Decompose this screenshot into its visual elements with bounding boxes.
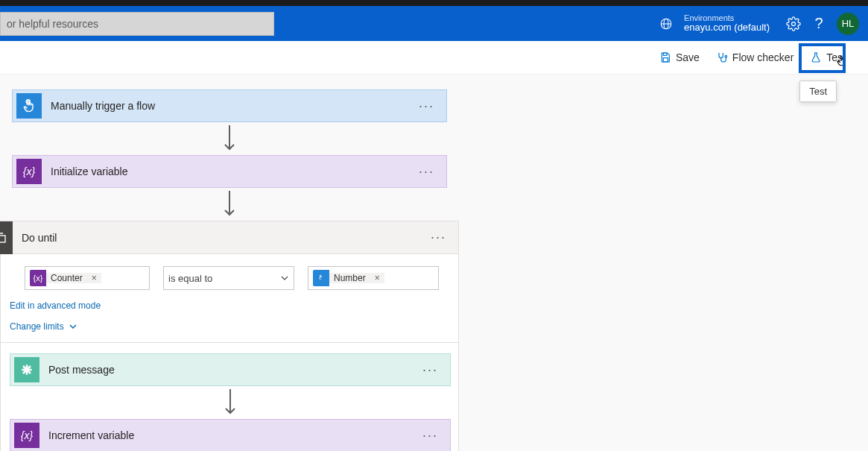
browser-tab-strip [0,0,868,6]
edit-advanced-label: Edit in advanced mode [10,300,101,311]
svg-rect-10 [0,236,5,242]
condition-left-input[interactable]: {x} Counter × [25,266,150,290]
stethoscope-icon [716,51,728,63]
flow-arrow [12,122,447,155]
chevron-down-icon [280,274,289,283]
condition-operator-select[interactable]: is equal to [163,266,294,290]
svg-point-3 [792,22,796,25]
globe-icon[interactable] [659,16,674,31]
operator-label: is equal to [168,273,212,284]
trigger-chip-icon [313,270,329,286]
slack-icon [14,357,39,382]
increment-variable-card[interactable]: {x} Increment variable [10,419,451,451]
trigger-card[interactable]: Manually trigger a flow [12,89,447,122]
remove-token-icon[interactable]: × [370,273,384,283]
do-until-title: Do until [22,232,57,244]
number-token-label: Number [329,273,370,283]
card-menu-icon[interactable] [422,362,438,378]
loop-icon [0,221,13,254]
variable-icon: {x} [16,159,42,184]
do-until-container: Do until {x} Counter × is equal to [0,221,459,451]
avatar-initials: HL [842,18,855,29]
environment-name: enayu.com (default) [684,22,770,33]
test-button[interactable]: Test [810,51,846,63]
initialize-variable-title: Initialize variable [51,165,128,177]
counter-token-label: Counter [46,273,87,283]
condition-row: {x} Counter × is equal to Number [25,266,449,290]
touch-icon [16,93,42,119]
change-limits-label: Change limits [10,321,64,332]
command-bar: Save Flow checker Test Test [0,41,868,75]
app-header: or helpful resources Environments enayu.… [0,6,868,41]
search-input[interactable]: or helpful resources [0,12,274,36]
condition-right-input[interactable]: Number × [308,266,439,290]
beaker-icon [810,51,822,63]
card-menu-icon[interactable] [419,164,434,180]
divider [1,342,458,343]
increment-variable-title: Increment variable [48,429,134,441]
avatar[interactable]: HL [837,13,859,35]
help-icon[interactable]: ? [811,16,826,31]
counter-token[interactable]: {x} Counter × [30,270,101,286]
remove-token-icon[interactable]: × [87,273,101,283]
flow-checker-label: Flow checker [732,51,793,63]
card-menu-icon[interactable] [431,230,446,245]
flow-checker-button[interactable]: Flow checker [716,51,793,63]
initialize-variable-card[interactable]: {x} Initialize variable [12,155,447,188]
settings-gear-icon[interactable] [786,16,801,31]
save-button[interactable]: Save [659,51,700,63]
svg-point-6 [725,55,727,57]
flow-arrow [10,386,451,419]
card-menu-icon[interactable] [422,428,438,444]
variable-icon: {x} [14,423,39,448]
trigger-title: Manually trigger a flow [51,100,155,112]
svg-rect-5 [663,58,668,62]
post-message-title: Post message [48,364,115,376]
do-until-header[interactable]: Do until [1,221,458,254]
flow-canvas: Manually trigger a flow {x} Initialize v… [0,75,868,451]
do-until-body: {x} Counter × is equal to Number [1,254,458,451]
test-label: Test [826,51,846,63]
number-token[interactable]: Number × [313,270,384,286]
save-icon [659,51,671,63]
edit-advanced-link[interactable]: Edit in advanced mode [10,300,449,311]
save-label: Save [676,51,700,63]
post-message-card[interactable]: Post message [10,353,451,386]
chevron-down-icon [69,322,77,331]
header-right-group: Environments enayu.com (default) ? HL [659,13,859,35]
search-placeholder-text: or helpful resources [7,18,98,30]
svg-rect-4 [663,53,667,55]
variable-chip-icon: {x} [30,270,46,286]
card-menu-icon[interactable] [419,98,434,114]
change-limits-link[interactable]: Change limits [10,321,449,332]
flow-arrow [12,188,447,221]
environment-selector[interactable]: Environments enayu.com (default) [684,13,770,33]
